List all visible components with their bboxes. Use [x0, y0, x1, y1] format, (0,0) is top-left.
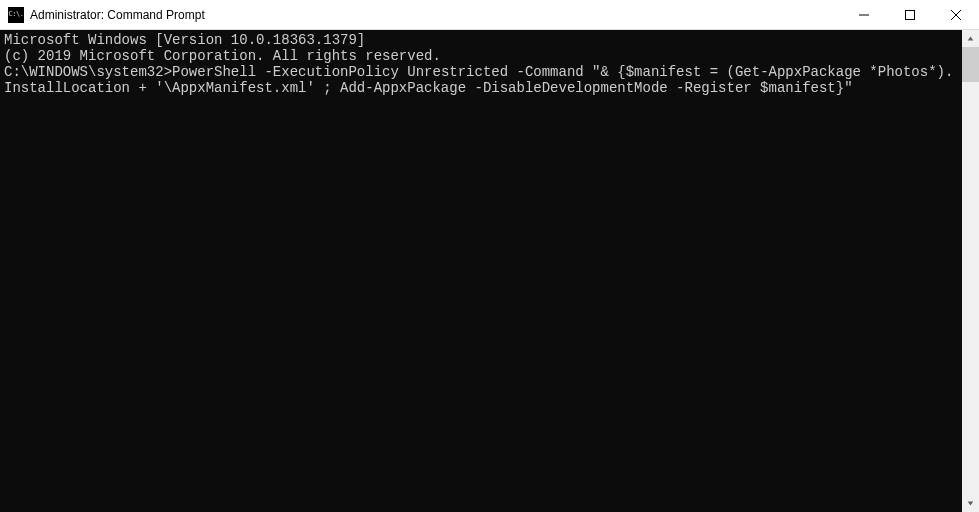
- svg-rect-1: [906, 10, 915, 19]
- chevron-up-icon: [967, 35, 974, 42]
- chevron-down-icon: [967, 500, 974, 507]
- cmd-icon: C:\.: [8, 7, 24, 23]
- maximize-button[interactable]: [887, 0, 933, 29]
- cmd-icon-glyph: C:\.: [9, 11, 24, 18]
- scroll-up-button[interactable]: [962, 30, 979, 47]
- maximize-icon: [905, 10, 915, 20]
- terminal-area[interactable]: Microsoft Windows [Version 10.0.18363.13…: [0, 30, 979, 512]
- close-button[interactable]: [933, 0, 979, 29]
- output-line: (c) 2019 Microsoft Corporation. All righ…: [4, 48, 958, 64]
- scroll-thumb[interactable]: [962, 47, 979, 82]
- terminal-content[interactable]: Microsoft Windows [Version 10.0.18363.13…: [0, 30, 962, 512]
- scroll-down-button[interactable]: [962, 495, 979, 512]
- window-title: Administrator: Command Prompt: [30, 8, 841, 22]
- window-titlebar[interactable]: C:\. Administrator: Command Prompt: [0, 0, 979, 30]
- output-line: Microsoft Windows [Version 10.0.18363.13…: [4, 32, 958, 48]
- vertical-scrollbar[interactable]: [962, 30, 979, 512]
- window-controls: [841, 0, 979, 29]
- minimize-icon: [859, 10, 869, 20]
- prompt-path: C:\WINDOWS\system32>: [4, 64, 172, 80]
- minimize-button[interactable]: [841, 0, 887, 29]
- close-icon: [951, 10, 961, 20]
- prompt-line: C:\WINDOWS\system32>PowerShell -Executio…: [4, 64, 958, 96]
